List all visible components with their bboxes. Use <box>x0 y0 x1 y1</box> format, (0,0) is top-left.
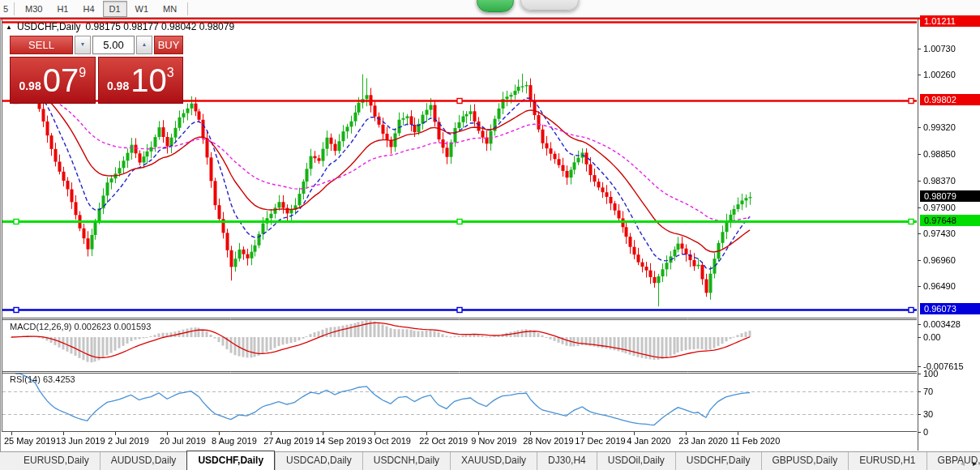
symbol-tab[interactable]: USDCHF,Daily <box>675 452 761 470</box>
timeframe-button-m30[interactable]: M30 <box>19 1 49 17</box>
date-tick-label: 8 Aug 2019 <box>212 436 257 446</box>
buy-price-big-digits: 10 <box>131 64 167 96</box>
date-tick-label: 11 Feb 2020 <box>730 436 780 446</box>
symbol-tab[interactable]: XAUUSD,Daily <box>450 452 537 470</box>
rsi-axis-label: 70 <box>923 387 933 396</box>
date-tick-label: 9 Nov 2019 <box>471 436 516 446</box>
date-tick-label: 25 May 2019 <box>4 436 56 446</box>
macd-axis-label: 0.003428 <box>923 319 961 329</box>
date-tick-label: 14 Sep 2019 <box>315 436 366 446</box>
price-tick-label: 0.99320 <box>923 122 956 132</box>
price-line-badge: 1.01211 <box>920 15 980 27</box>
timeframe-button-h4[interactable]: H4 <box>76 1 101 17</box>
tab-scroll-right-icon[interactable]: ▸ <box>973 459 977 468</box>
date-tick-label: 22 Oct 2019 <box>419 436 468 446</box>
symbol-tab[interactable]: USDCAD,Daily <box>275 452 362 470</box>
price-tick-label: 0.98850 <box>923 149 956 159</box>
date-tick-label: 4 Jan 2020 <box>627 436 670 446</box>
rsi-axis-label: 100 <box>923 369 938 378</box>
price-tick-label: 1.00260 <box>923 70 956 79</box>
sell-price-box[interactable]: 0.98 07 9 <box>10 57 96 104</box>
symbol-tab[interactable]: USDCNH,Daily <box>362 452 450 470</box>
sell-button[interactable]: SELL <box>10 36 73 54</box>
symbol-tab-bar: EURUSD,DailyAUDUSD,DailyUSDCHF,DailyUSDC… <box>0 451 980 470</box>
symbol-tab[interactable]: EURUSD,H1 <box>848 452 926 470</box>
timeframe-button-d1[interactable]: D1 <box>103 1 127 17</box>
sell-price-prefix: 0.98 <box>19 79 41 92</box>
volume-decrease-button[interactable]: ▾ <box>75 36 91 54</box>
macd-axis-label: 0.00 <box>923 332 940 342</box>
rsi-header: RSI(14) 63.4253 <box>10 374 75 384</box>
timeframe-button-h1[interactable]: H1 <box>50 1 75 17</box>
date-tick-label: 27 Aug 2019 <box>263 436 314 446</box>
timeframe-button-w1[interactable]: W1 <box>129 1 156 17</box>
price-tick-label: 0.96490 <box>923 281 956 291</box>
rsi-label: RSI(14) <box>10 374 41 384</box>
macd-label: MACD(12,26,9) <box>10 322 71 331</box>
date-tick-label: 28 Nov 2019 <box>523 436 573 446</box>
price-line-badge: 0.98079 <box>920 190 980 202</box>
macd-values: 0.002623 0.001593 <box>74 322 151 331</box>
timeframe-button-mn[interactable]: MN <box>156 1 183 17</box>
date-tick-label: 13 Jun 2019 <box>56 436 105 446</box>
date-tick-label: 2 Jul 2019 <box>108 436 149 446</box>
symbol-tab[interactable]: DJ30,H4 <box>537 452 597 470</box>
price-line-badge: 0.99802 <box>920 94 980 105</box>
date-tick-label: 20 Jul 2019 <box>160 436 206 446</box>
price-tick-label: 0.98370 <box>923 176 956 186</box>
symbol-tab[interactable]: USDOil,Daily <box>597 452 675 470</box>
rsi-axis-label: 0 <box>923 427 928 437</box>
price-tick-label: 1.00730 <box>923 44 956 53</box>
chart-header: ▲ USDCHF,Daily 0.98175 0.98177 0.98042 0… <box>6 21 234 32</box>
rsi-axis-label: 30 <box>923 409 933 419</box>
price-line-badge: 0.97648 <box>920 215 980 226</box>
chart-symbol-period: USDCHF,Daily <box>17 21 81 32</box>
symbol-tab-active[interactable]: USDCHF,Daily <box>186 451 275 470</box>
chart-ohlc-values: 0.98175 0.98177 0.98042 0.98079 <box>86 21 235 32</box>
toolbar-separator <box>187 2 188 15</box>
buy-price-prefix: 0.98 <box>107 79 129 92</box>
price-tick-label: 0.97900 <box>923 203 956 212</box>
price-tick-label: 0.97430 <box>923 229 956 238</box>
timeframe-button-m5-cropped[interactable]: 5 <box>1 1 10 17</box>
rsi-value: 63.4253 <box>43 374 75 384</box>
tab-scroll-left-icon[interactable]: ◂ <box>961 459 965 468</box>
price-tick-label: 0.96960 <box>923 255 956 265</box>
buy-button[interactable]: BUY <box>154 36 183 54</box>
buy-price-box[interactable]: 0.98 10 3 <box>98 57 184 104</box>
mt4-terminal: 5 M30H1H4D1W1MN ▲ USDCHF,Daily 0.98175 0… <box>0 0 980 470</box>
macd-header: MACD(12,26,9) 0.002623 0.001593 <box>10 322 151 331</box>
recorder-toggle-button[interactable] <box>477 0 514 12</box>
date-tick-label: 17 Dec 2019 <box>575 436 625 446</box>
buy-price-pip-digit: 3 <box>167 66 174 80</box>
volume-increase-button[interactable]: ▴ <box>136 36 152 54</box>
date-tick-label: 23 Jan 2020 <box>678 436 728 446</box>
collapse-trade-panel-icon[interactable]: ▲ <box>6 24 12 31</box>
symbol-tab[interactable]: AUDUSD,Daily <box>100 452 187 470</box>
sell-price-pip-digit: 9 <box>79 66 86 80</box>
symbol-tab[interactable]: EURUSD,Daily <box>13 452 100 470</box>
symbol-tab[interactable]: GBPUSD,Daily <box>761 452 849 470</box>
sell-price-big-digits: 07 <box>43 64 79 96</box>
volume-input[interactable] <box>92 36 135 54</box>
price-line-badge: 0.96073 <box>920 303 980 314</box>
one-click-trading-panel: SELL ▾ ▴ BUY 0.98 07 9 0.98 10 3 <box>10 36 183 104</box>
date-tick-label: 3 Oct 2019 <box>367 436 411 446</box>
toolbar-separator <box>14 2 15 15</box>
recorder-pill <box>520 0 579 11</box>
